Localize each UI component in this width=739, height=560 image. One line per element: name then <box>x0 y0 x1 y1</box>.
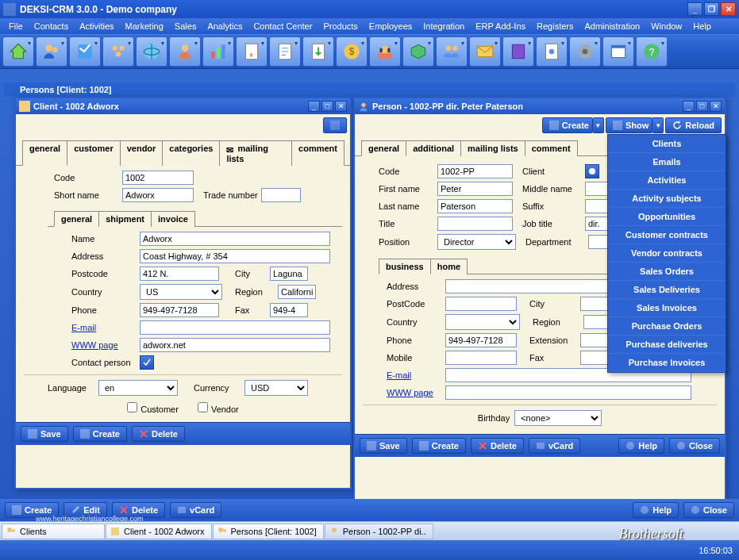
tb-globe-icon[interactable]: ▾ <box>136 36 167 67</box>
tb-mail-icon[interactable]: ▾ <box>469 36 501 67</box>
pmobile-input[interactable] <box>445 351 517 365</box>
tb-export-icon[interactable]: ▾ <box>302 36 334 67</box>
currency-select[interactable]: USD <box>244 380 308 396</box>
tb-report-icon[interactable]: ▾ <box>236 36 268 67</box>
menu-activities[interactable]: Activities <box>608 171 726 190</box>
menu-purchaseinvoices[interactable]: Purchase Invoices <box>608 354 726 372</box>
tab-mailinglists[interactable]: ✉mailing lists <box>219 140 292 166</box>
tb-window-icon[interactable]: ▾ <box>602 36 634 67</box>
tb-money-icon[interactable]: $▾ <box>336 36 368 67</box>
vendor-checkbox-label[interactable]: Vendor <box>198 402 239 414</box>
person-win-min[interactable]: _ <box>683 101 695 112</box>
tb-persons-icon[interactable]: ▾ <box>36 36 67 67</box>
tradenumber-input[interactable] <box>261 188 301 202</box>
task-clients[interactable]: Clients <box>2 524 105 539</box>
menu-customercontracts[interactable]: Customer contracts <box>608 226 726 244</box>
menu-emails[interactable]: Emails <box>608 153 726 171</box>
pcode-input[interactable] <box>437 164 513 178</box>
menu-analytics[interactable]: Analytics <box>202 20 248 33</box>
menu-products[interactable]: Products <box>318 20 363 33</box>
menu-integration[interactable]: Integration <box>418 20 470 33</box>
tb-people-icon[interactable]: ▾ <box>436 36 468 67</box>
pbirthday-select[interactable]: <none> <box>514 410 602 426</box>
menu-vendorcontracts[interactable]: Vendor contracts <box>608 244 726 263</box>
menu-contacts[interactable]: Contacts <box>29 20 74 33</box>
minimize-button[interactable]: _ <box>687 2 702 16</box>
person-win-max[interactable]: □ <box>696 101 708 112</box>
menu-help[interactable]: Help <box>687 20 717 33</box>
menu-administration[interactable]: Administration <box>579 20 645 33</box>
phone-input[interactable] <box>140 303 219 317</box>
client-save-button[interactable]: Save <box>21 426 68 442</box>
psubtab-home[interactable]: home <box>430 259 468 274</box>
tb-person-icon[interactable]: ▾ <box>169 36 201 67</box>
tb-help-icon[interactable]: ?▾ <box>636 36 668 67</box>
postcode-input[interactable] <box>140 267 219 281</box>
fax-input[interactable] <box>270 303 308 317</box>
client-win-min[interactable]: _ <box>308 101 320 112</box>
subtab-general[interactable]: general <box>54 211 99 227</box>
region-input[interactable] <box>278 285 316 299</box>
contactperson-lookup[interactable] <box>140 355 154 370</box>
pwww-input[interactable] <box>445 385 691 400</box>
person-save-button[interactable]: Save <box>360 438 407 454</box>
main-close-button[interactable]: Close <box>683 502 734 518</box>
client-toolbar-btn[interactable] <box>323 117 347 133</box>
tab-categories[interactable]: categories <box>162 140 220 166</box>
menu-marketing[interactable]: Marketing <box>120 20 169 33</box>
ppostcode-input[interactable] <box>445 297 517 311</box>
ptab-general[interactable]: general <box>361 140 406 156</box>
tab-vendor[interactable]: vendor <box>120 140 164 166</box>
person-show-dropdown[interactable]: ▾ <box>652 117 664 133</box>
person-show-button[interactable]: Show <box>606 117 652 133</box>
tab-general[interactable]: general <box>22 140 67 166</box>
tab-comment[interactable]: comment <box>291 140 344 166</box>
address-input[interactable] <box>140 249 330 263</box>
pemail-link[interactable]: E-mail <box>387 370 442 380</box>
plastname-input[interactable] <box>437 199 513 213</box>
pclient-lookup[interactable] <box>585 164 599 178</box>
pcountry-select[interactable] <box>445 314 520 330</box>
www-link[interactable]: WWW page <box>71 340 137 350</box>
tb-doc-icon[interactable]: ▾ <box>269 36 301 67</box>
tb-groups-icon[interactable]: ▾ <box>102 36 134 67</box>
menu-opportunities[interactable]: Opportunities <box>608 208 726 226</box>
menu-salesorders[interactable]: Sales Orders <box>608 263 726 281</box>
subtab-shipment[interactable]: shipment <box>98 211 152 227</box>
city-input[interactable] <box>270 267 308 281</box>
ptitle-input[interactable] <box>437 217 513 231</box>
menu-contactcenter[interactable]: Contact Center <box>248 20 318 33</box>
code-input[interactable] <box>122 171 194 185</box>
client-win-max[interactable]: □ <box>321 101 333 112</box>
menu-purchaseorders[interactable]: Purchase Orders <box>608 317 726 336</box>
tb-chart-icon[interactable]: ▾ <box>202 36 234 67</box>
menu-sales[interactable]: Sales <box>169 20 202 33</box>
pphone-input[interactable] <box>445 333 517 347</box>
ptab-additional[interactable]: additional <box>406 140 461 156</box>
task-client-adworx[interactable]: Client - 1002 Adworx <box>106 524 212 539</box>
person-close-button[interactable]: Close <box>669 438 720 454</box>
menu-activitysubjects[interactable]: Activity subjects <box>608 190 726 208</box>
tb-doc2-icon[interactable]: ▾ <box>536 36 568 67</box>
customer-checkbox[interactable] <box>127 402 137 412</box>
tb-home-icon[interactable]: ▾ <box>2 36 34 67</box>
tb-book-icon[interactable]: ▾ <box>502 36 534 67</box>
menu-purchasedeliveries[interactable]: Purchase deliveries <box>608 336 726 354</box>
email-input[interactable] <box>140 320 330 335</box>
country-select[interactable]: US <box>140 284 222 300</box>
client-win-close[interactable]: ✕ <box>335 101 347 112</box>
main-help-button[interactable]: Help <box>633 502 679 518</box>
pfirstname-input[interactable] <box>437 182 513 196</box>
menu-clients[interactable]: Clients <box>608 135 726 153</box>
task-persons[interactable]: Persons [Client: 1002] <box>213 524 324 539</box>
shortname-input[interactable] <box>122 188 194 202</box>
menu-activities[interactable]: Activities <box>74 20 119 33</box>
menu-file[interactable]: File <box>3 20 29 33</box>
main-vcard-button[interactable]: vCard <box>170 502 221 518</box>
maximize-button[interactable]: ❐ <box>704 2 719 16</box>
person-help-button[interactable]: Help <box>618 438 664 454</box>
menu-salesinvoices[interactable]: Sales Invoices <box>608 299 726 317</box>
name-input[interactable] <box>140 232 330 246</box>
www-input[interactable] <box>140 338 330 352</box>
person-create2-button[interactable]: Create <box>412 438 466 454</box>
